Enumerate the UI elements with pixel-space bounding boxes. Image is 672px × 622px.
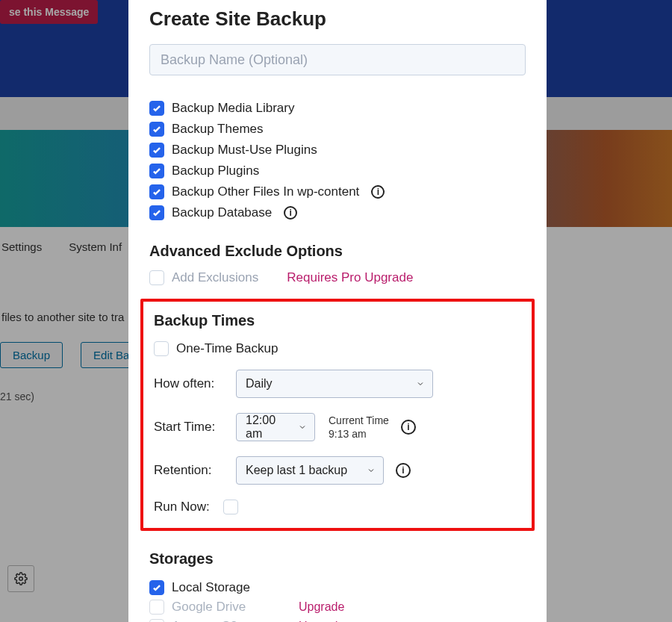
start-time-label: Start Time: [154,420,225,435]
label-media: Backup Media Library [172,101,294,116]
label-one-time: One-Time Backup [176,341,278,356]
checkbox-google-drive [149,600,164,615]
checkbox-local-storage[interactable] [149,580,164,595]
label-local-storage: Local Storage [172,580,250,595]
checkbox-wp-content[interactable] [149,184,164,199]
current-time-value: 9:13 am [329,427,389,441]
modal-title: Create Site Backup [149,7,526,31]
checkbox-database[interactable] [149,205,164,220]
label-database: Backup Database [172,205,272,220]
label-amazon-s3: Amazon S3 [172,619,237,622]
checkbox-mu-plugins[interactable] [149,143,164,158]
label-plugins: Backup Plugins [172,164,259,178]
retention-value: Keep last 1 backup [246,464,347,477]
backup-name-input[interactable] [149,44,526,75]
info-icon[interactable]: i [371,185,385,199]
storages-title: Storages [149,550,526,567]
backup-times-highlight: Backup Times One-Time Backup How often: … [140,299,535,531]
chevron-down-icon [416,379,425,388]
current-time: Current Time 9:13 am [329,414,389,441]
current-time-label: Current Time [329,414,389,426]
how-often-select[interactable]: Daily [236,370,433,398]
chevron-down-icon [367,466,376,475]
retention-select[interactable]: Keep last 1 backup [236,456,384,485]
backup-times-title: Backup Times [154,312,521,329]
requires-pro-link[interactable]: Requires Pro Upgrade [287,270,413,285]
checkbox-run-now[interactable] [223,500,238,514]
label-add-exclusions: Add Exclusions [172,270,258,285]
checkbox-plugins[interactable] [149,164,164,178]
backup-options-list: Backup Media Library Backup Themes Backu… [149,98,526,223]
start-time-select[interactable]: 12:00 am [236,413,315,441]
checkbox-amazon-s3 [149,619,164,622]
how-often-label: How often: [154,376,225,391]
start-time-value: 12:00 am [246,414,289,441]
checkbox-media[interactable] [149,101,164,116]
label-mu-plugins: Backup Must-Use Plugins [172,143,317,158]
label-wp-content: Backup Other Files In wp-content [172,184,359,199]
add-exclusions-row: Add Exclusions Requires Pro Upgrade [149,270,526,285]
storages-list: Local Storage Google Drive Upgrade Amazo… [149,578,526,622]
chevron-down-icon [298,423,307,432]
upgrade-link-gdrive[interactable]: Upgrade [299,600,344,614]
advanced-exclude-title: Advanced Exclude Options [149,243,526,260]
create-backup-modal: Create Site Backup Backup Media Library … [128,0,547,622]
label-themes: Backup Themes [172,122,264,137]
how-often-value: Daily [246,377,273,391]
label-google-drive: Google Drive [172,600,246,615]
run-now-label: Run Now: [154,500,210,514]
checkbox-one-time[interactable] [154,341,169,356]
info-icon[interactable]: i [284,206,297,220]
info-icon[interactable]: i [396,463,411,478]
checkbox-add-exclusions [149,270,164,285]
retention-label: Retention: [154,463,225,478]
checkbox-themes[interactable] [149,122,164,137]
info-icon[interactable]: i [401,420,416,435]
